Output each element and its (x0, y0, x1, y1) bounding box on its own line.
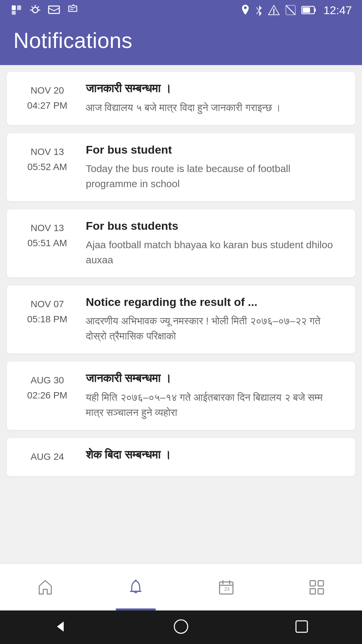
notification-title: Notice regarding the result of ... (86, 296, 343, 309)
nav-home[interactable] (12, 564, 79, 610)
home-icon (37, 579, 54, 596)
notification-text: आदरणीय अभिभावक ज्यू नमस्कार ! भोली मिती … (86, 313, 343, 343)
status-time: 12:47 (323, 4, 352, 17)
location-icon (240, 4, 250, 16)
back-button[interactable] (52, 618, 69, 636)
svg-rect-21 (310, 581, 315, 586)
svg-rect-13 (314, 8, 316, 12)
notification-card[interactable]: NOV 13 05:51 AM For bus students Ajaa fo… (7, 209, 355, 277)
notification-body: शेक बिदा सम्बन्धमा । (86, 448, 343, 466)
svg-rect-4 (49, 6, 59, 13)
calendar-icon: 23 (218, 579, 235, 596)
notification-text: आज विद्यालय ५ बजे मात्र विदा हुने जानकार… (86, 100, 343, 115)
svg-rect-2 (12, 11, 16, 15)
notification-card[interactable]: NOV 13 05:52 AM For bus student Today th… (7, 133, 355, 201)
svg-rect-14 (303, 7, 310, 13)
app-icon-4 (66, 4, 79, 16)
home-button[interactable] (173, 618, 189, 636)
circle-icon (173, 618, 189, 635)
nav-calendar[interactable]: 23 (193, 564, 260, 610)
app-icons (10, 4, 234, 16)
notifications-list: NOV 20 04:27 PM जानकारी सम्बन्धमा । आज व… (0, 65, 362, 565)
notification-text: यही मिति २०७६–०५–१४ गते आईतबारका दिन बिद… (86, 390, 343, 420)
notification-date: NOV 13 05:52 AM (19, 143, 76, 175)
back-icon (52, 618, 69, 635)
notification-title: शेक बिदा सम्बन्धमा । (86, 448, 343, 462)
svg-point-26 (174, 620, 188, 633)
notification-body: For bus students Ajaa football match bha… (86, 219, 343, 267)
nav-apps[interactable] (283, 564, 350, 610)
page-header: Notifications (0, 20, 362, 65)
svg-rect-0 (12, 5, 16, 10)
notification-title: जानकारी सम्बन्धमा । (86, 82, 343, 95)
notification-body: जानकारी सम्बन्धमा । आज विद्यालय ५ बजे मा… (86, 82, 343, 115)
notification-card[interactable]: AUG 24 शेक बिदा सम्बन्धमा । (7, 438, 355, 476)
notification-date: AUG 24 (19, 448, 76, 465)
notification-text: Today the bus route is late because of f… (86, 161, 343, 191)
app-icon-3 (48, 4, 60, 16)
svg-rect-24 (318, 589, 323, 594)
svg-marker-25 (57, 622, 64, 632)
svg-point-9 (273, 13, 275, 14)
page-title: Notifications (13, 28, 349, 53)
svg-rect-23 (310, 589, 315, 594)
bottom-navigation: 23 (0, 564, 362, 610)
notification-body: For bus student Today the bus route is l… (86, 143, 343, 191)
apps-icon (308, 579, 325, 596)
notification-body: जानकारी सम्बन्धमा । यही मिति २०७६–०५–१४ … (86, 372, 343, 420)
notification-text: Ajaa football match bhayaa ko karan bus … (86, 237, 343, 267)
notification-title: For bus students (86, 219, 343, 232)
svg-text:23: 23 (224, 586, 230, 592)
notification-body: Notice regarding the result of ... आदरणी… (86, 296, 343, 343)
notification-date: NOV 20 04:27 PM (19, 82, 76, 113)
notification-date: NOV 07 05:18 PM (19, 296, 76, 327)
notification-date: AUG 30 02:26 PM (19, 372, 76, 403)
nav-notifications[interactable] (102, 564, 169, 610)
bell-icon (127, 579, 144, 596)
svg-rect-22 (318, 581, 323, 586)
battery-icon (301, 5, 316, 15)
notification-card[interactable]: NOV 07 05:18 PM Notice regarding the res… (7, 285, 355, 354)
svg-line-11 (286, 5, 295, 15)
data-icon (285, 4, 297, 16)
app-icon-2 (29, 4, 42, 16)
svg-rect-1 (17, 5, 21, 10)
app-icon-1 (10, 4, 23, 16)
notification-card[interactable]: NOV 20 04:27 PM जानकारी सम्बन्धमा । आज व… (7, 72, 355, 125)
notification-title: For bus student (86, 143, 343, 156)
svg-rect-27 (296, 621, 307, 632)
status-bar: 12:47 (0, 0, 362, 20)
notification-title: जानकारी सम्बन्धमा । (86, 372, 343, 385)
square-icon (293, 618, 310, 635)
notification-card[interactable]: AUG 30 02:26 PM जानकारी सम्बन्धमा । यही … (7, 362, 355, 430)
android-nav-bar (0, 610, 362, 644)
notification-date: NOV 13 05:51 AM (19, 219, 76, 251)
recents-button[interactable] (293, 618, 310, 636)
svg-point-3 (33, 7, 38, 13)
signal-icon (268, 4, 280, 16)
status-bar-right-icons: 12:47 (240, 4, 352, 17)
bluetooth-icon (255, 4, 263, 16)
